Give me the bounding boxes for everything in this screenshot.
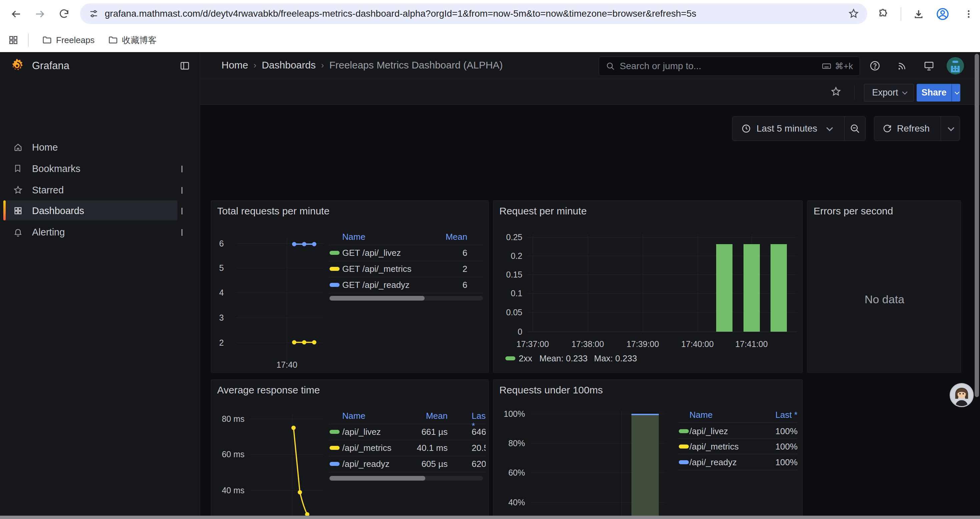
- tune-icon[interactable]: [89, 9, 99, 19]
- breadcrumb-home[interactable]: Home: [221, 59, 248, 71]
- legend-name[interactable]: GET /api/_metrics: [342, 264, 412, 274]
- series-pill-readyz[interactable]: [329, 283, 340, 287]
- bookmarks-divider: [28, 34, 29, 47]
- legend-name[interactable]: /api/_livez: [342, 427, 381, 437]
- series-pill-livez[interactable]: [329, 430, 340, 434]
- url-bar[interactable]: grafana.mathmast.com/d/deytv4rwavabkb/fr…: [80, 3, 867, 24]
- back-icon[interactable]: [10, 7, 23, 21]
- legend-name[interactable]: /api/_readyz: [342, 459, 390, 469]
- sidebar-item-home[interactable]: Home: [0, 137, 200, 157]
- search-input[interactable]: Search or jump to... ⌘+k: [599, 56, 860, 76]
- bookmark-label: 收藏博客: [122, 34, 157, 46]
- sidebar-toggle-icon[interactable]: [180, 61, 190, 71]
- apps-grid-icon[interactable]: [8, 35, 19, 45]
- favorite-star-icon[interactable]: [830, 86, 841, 97]
- series-pill-readyz[interactable]: [679, 460, 689, 464]
- legend-separator: [329, 293, 483, 293]
- panel-errors-per-second[interactable]: Errors per second No data: [807, 200, 961, 373]
- time-range-picker[interactable]: Last 5 minutes: [732, 116, 865, 141]
- bar-top-line: [632, 414, 659, 415]
- legend-name[interactable]: /api/_livez: [689, 426, 728, 436]
- horizontal-scrollbar[interactable]: [0, 516, 980, 519]
- series-pill-metrics[interactable]: [679, 444, 689, 449]
- sidebar-item-bookmarks[interactable]: Bookmarks: [0, 159, 200, 178]
- panel-avg-response-time[interactable]: Average response time 80 ms 60 ms 40 ms …: [211, 379, 488, 519]
- bookmark-folder-blogs[interactable]: 收藏博客: [108, 34, 157, 46]
- refresh-interval-button[interactable]: [941, 117, 960, 141]
- series-pill-2xx[interactable]: [505, 356, 515, 360]
- grafana-logo-icon[interactable]: [10, 58, 25, 73]
- sidebar-item-dashboards[interactable]: Dashboards: [0, 201, 200, 220]
- series-pill-metrics[interactable]: [329, 267, 340, 271]
- series-pill-metrics[interactable]: [329, 446, 340, 450]
- sidebar: Grafana Home Bookmarks: [0, 52, 200, 519]
- legend-name[interactable]: GET /api/_livez: [342, 248, 401, 258]
- download-icon[interactable]: [912, 7, 925, 21]
- share-menu-button[interactable]: [951, 84, 960, 102]
- chevron-down-icon[interactable]: [181, 166, 183, 172]
- help-icon[interactable]: [869, 60, 881, 72]
- legend-name[interactable]: GET /api/_readyz: [342, 280, 410, 290]
- bookmark-folder-freeleaps[interactable]: Freeleaps: [42, 35, 95, 45]
- chevron-down-icon[interactable]: [181, 187, 183, 193]
- legend-header-mean[interactable]: Mean: [401, 411, 448, 421]
- legend-separator: [329, 472, 486, 472]
- sidebar-item-starred[interactable]: Starred: [0, 180, 200, 200]
- bar-2xx[interactable]: [716, 244, 732, 332]
- sidebar-header: Grafana: [0, 52, 200, 79]
- sidebar-item-label: Home: [32, 142, 58, 153]
- sidebar-item-label: Dashboards: [32, 205, 84, 216]
- panel-title[interactable]: Requests under 100ms: [500, 385, 603, 396]
- x-tick: 17:40:00: [679, 339, 716, 349]
- reload-icon[interactable]: [57, 7, 71, 21]
- export-button[interactable]: Export: [864, 84, 914, 102]
- panel-title[interactable]: Errors per second: [813, 205, 893, 217]
- panel-total-requests[interactable]: Total requests per minute 6 5 4 3 2 17:4…: [211, 200, 488, 373]
- zoom-out-button[interactable]: [845, 117, 865, 141]
- legend-header-name[interactable]: Name: [689, 410, 713, 420]
- bookmark-star-icon[interactable]: [848, 8, 859, 19]
- chevron-down-icon[interactable]: [181, 229, 183, 235]
- legend-header-mean[interactable]: Mean: [415, 232, 467, 242]
- user-avatar[interactable]: [947, 57, 964, 75]
- url-text[interactable]: grafana.mathmast.com/d/deytv4rwavabkb/fr…: [105, 8, 696, 19]
- monitor-icon[interactable]: [923, 60, 935, 72]
- extensions-icon[interactable]: [877, 7, 890, 21]
- panel-request-per-minute[interactable]: Request per minute 0.25 0.2 0.15 0.1 0.0…: [493, 200, 803, 373]
- panel-title[interactable]: Request per minute: [500, 205, 587, 217]
- legend-scrollbar-thumb[interactable]: [329, 296, 425, 300]
- assistant-avatar[interactable]: [950, 383, 974, 407]
- breadcrumb-dashboards[interactable]: Dashboards: [262, 59, 316, 71]
- series-pill-livez[interactable]: [679, 429, 689, 433]
- series-pill-livez[interactable]: [329, 251, 340, 255]
- legend-name[interactable]: /api/_metrics: [689, 442, 738, 452]
- chevron-down-icon[interactable]: [181, 208, 183, 214]
- refresh-control[interactable]: Refresh: [874, 116, 960, 141]
- sidebar-item-alerting[interactable]: Alerting: [0, 222, 200, 242]
- gridline: [533, 234, 533, 332]
- legend-header-last[interactable]: Last *: [751, 410, 797, 420]
- panel-requests-under-100ms[interactable]: Requests under 100ms 100% 80% 60% 40% 20…: [493, 379, 803, 519]
- series-pill-readyz[interactable]: [329, 462, 340, 466]
- vertical-scrollbar[interactable]: [975, 54, 979, 397]
- share-button-main[interactable]: Share: [916, 84, 951, 102]
- folder-icon: [42, 35, 52, 45]
- refresh-button[interactable]: Refresh: [874, 117, 941, 141]
- bar-2xx[interactable]: [743, 244, 760, 332]
- legend-table: Name Last * /api/_livez 100% /api/_metri…: [678, 406, 797, 480]
- legend-name[interactable]: /api/_metrics: [342, 443, 391, 453]
- time-range-button[interactable]: Last 5 minutes: [732, 117, 844, 141]
- legend-scrollbar-thumb[interactable]: [329, 476, 425, 481]
- bar-under-100ms[interactable]: [632, 415, 659, 519]
- share-button[interactable]: Share: [916, 84, 960, 102]
- profile-icon[interactable]: [935, 7, 950, 21]
- legend-name[interactable]: 2xx: [519, 353, 532, 363]
- y-tick: 40%: [495, 497, 525, 507]
- forward-icon[interactable]: [33, 7, 47, 21]
- bar-2xx[interactable]: [770, 244, 787, 332]
- legend-header-name[interactable]: Name: [342, 411, 365, 421]
- rss-icon[interactable]: [897, 61, 907, 72]
- legend-header-name[interactable]: Name: [342, 232, 365, 242]
- menu-kebab-icon[interactable]: [962, 7, 975, 21]
- legend-name[interactable]: /api/_readyz: [689, 457, 737, 467]
